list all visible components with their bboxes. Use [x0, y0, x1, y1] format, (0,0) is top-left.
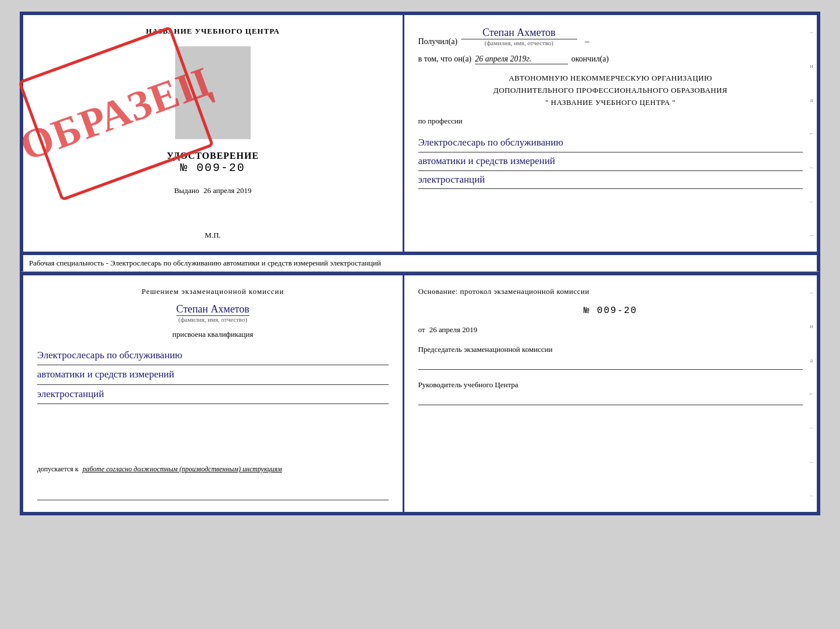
recipient-name-bottom: Степан Ахметов	[176, 303, 249, 316]
udostoverenie-title: УДОСТОВЕРЕНИЕ	[167, 151, 259, 161]
dopuskaetsya-text: работе согласно должностным (производств…	[82, 465, 282, 473]
cert-bottom-right: Основание: протокол экзаменационной коми…	[404, 275, 817, 512]
resheniem-line: Решением экзаменационной комиссии	[37, 287, 389, 296]
vydano-line: Выдано 26 апреля 2019	[174, 186, 251, 195]
poluchil-label: Получил(а)	[418, 37, 458, 46]
cert-bottom-left: Решением экзаменационной комиссии Степан…	[23, 275, 404, 512]
prisvoena-line: присвоена квалификация	[37, 330, 389, 339]
specialty-label: Рабочая специальность - Электрослесарь п…	[20, 255, 820, 272]
org-line3: " НАЗВАНИЕ УЧЕБНОГО ЦЕНТРА "	[418, 97, 803, 109]
org-block: АВТОНОМНУЮ НЕКОММЕРЧЕСКУЮ ОРГАНИЗАЦИЮ ДО…	[418, 72, 803, 108]
udostoverenie-block: УДОСТОВЕРЕНИЕ № 009-20	[167, 151, 259, 174]
predsedatel-signature	[418, 356, 803, 370]
profession-row1: Электрослесарь по обслуживанию	[418, 134, 803, 152]
ot-date: 26 апреля 2019	[429, 325, 477, 334]
cert-top-right: Получил(а) Степан Ахметов (фамилия, имя,…	[404, 15, 817, 252]
dopusk-underline	[37, 485, 389, 500]
ot-line: от 26 апреля 2019	[418, 325, 803, 335]
cert-top-left: НАЗВАНИЕ УЧЕБНОГО ЦЕНТРА УДОСТОВЕРЕНИЕ №…	[23, 15, 404, 252]
completion-date: 26 апреля 2019г.	[475, 54, 568, 64]
org-line2: ДОПОЛНИТЕЛЬНОГО ПРОФЕССИОНАЛЬНОГО ОБРАЗО…	[418, 85, 803, 97]
side-marks-bottom: – и а ← – – –	[806, 275, 817, 512]
vtom-line: в том, что он(а) 26 апреля 2019г. окончи…	[418, 54, 803, 64]
vtom-label: в том, что он(а)	[418, 54, 472, 64]
vydano-date: 26 апреля 2019	[204, 186, 252, 195]
recipient-name-top: Степан Ахметов	[461, 27, 577, 39]
qual-line1: Электрослесарь по обслуживанию	[37, 350, 182, 361]
specialty-text: Рабочая специальность - Электрослесарь п…	[29, 259, 381, 267]
profession-row3: электростанций	[418, 171, 803, 190]
okончил-label: окончил(а)	[571, 54, 609, 64]
rukovoditel-label: Руководитель учебного Центра	[418, 379, 803, 391]
po-professii-label: по профессии	[418, 117, 463, 125]
dopuskaetsya-label: допускается к	[37, 465, 78, 473]
profession-line2: автоматики и средств измерений	[418, 155, 555, 166]
profession-line1: Электрослесарь по обслуживанию	[418, 137, 563, 148]
osnovanie-line: Основание: протокол экзаменационной коми…	[418, 287, 803, 296]
fio-label-top: (фамилия, имя, отчество)	[484, 39, 553, 46]
dash-top: –	[585, 37, 589, 46]
po-professii-line: по профессии	[418, 117, 803, 126]
protocol-num: № 009-20	[418, 306, 803, 316]
predsedatel-block: Председатель экзаменационной комиссии	[418, 344, 803, 370]
predsedatel-label: Председатель экзаменационной комиссии	[418, 344, 803, 356]
qual-row2: автоматики и средств измерений	[37, 365, 389, 384]
org-line1: АВТОНОМНУЮ НЕКОММЕРЧЕСКУЮ ОРГАНИЗАЦИЮ	[418, 72, 803, 85]
org-name-top: НАЗВАНИЕ УЧЕБНОГО ЦЕНТРА	[146, 27, 280, 36]
poluchil-line: Получил(а) Степан Ахметов (фамилия, имя,…	[418, 27, 803, 46]
profession-block: Электрослесарь по обслуживанию автоматик…	[418, 134, 803, 189]
qualification-block: Электрослесарь по обслуживанию автоматик…	[37, 346, 389, 404]
qual-line3: электростанций	[37, 388, 104, 399]
photo-placeholder	[175, 46, 251, 139]
vydano-label: Выдано	[174, 186, 199, 195]
fio-label-bottom: (фамилия, имя, отчество)	[178, 316, 247, 323]
document-wrapper: НАЗВАНИЕ УЧЕБНОГО ЦЕНТРА УДОСТОВЕРЕНИЕ №…	[20, 12, 820, 515]
top-certificate: НАЗВАНИЕ УЧЕБНОГО ЦЕНТРА УДОСТОВЕРЕНИЕ №…	[20, 12, 820, 255]
qual-line2: автоматики и средств измерений	[37, 369, 174, 380]
rukovoditel-signature	[418, 391, 803, 405]
profession-row2: автоматики и средств измерений	[418, 152, 803, 171]
recipient-block-bottom: Степан Ахметов (фамилия, имя, отчество)	[37, 303, 389, 323]
profession-line3: электростанций	[418, 174, 485, 185]
side-marks-top: – и а ← – – –	[806, 15, 817, 252]
ot-label: от	[418, 325, 425, 334]
udostoverenie-num: № 009-20	[167, 161, 259, 174]
bottom-certificate: Решением экзаменационной комиссии Степан…	[20, 272, 820, 515]
dopuskaetsya-line: допускается к работе согласно должностны…	[37, 465, 389, 474]
qual-row3: электростанций	[37, 385, 389, 404]
mp-line: М.П.	[205, 219, 220, 240]
rukovoditel-block: Руководитель учебного Центра	[418, 379, 803, 405]
qual-row1: Электрослесарь по обслуживанию	[37, 346, 389, 365]
